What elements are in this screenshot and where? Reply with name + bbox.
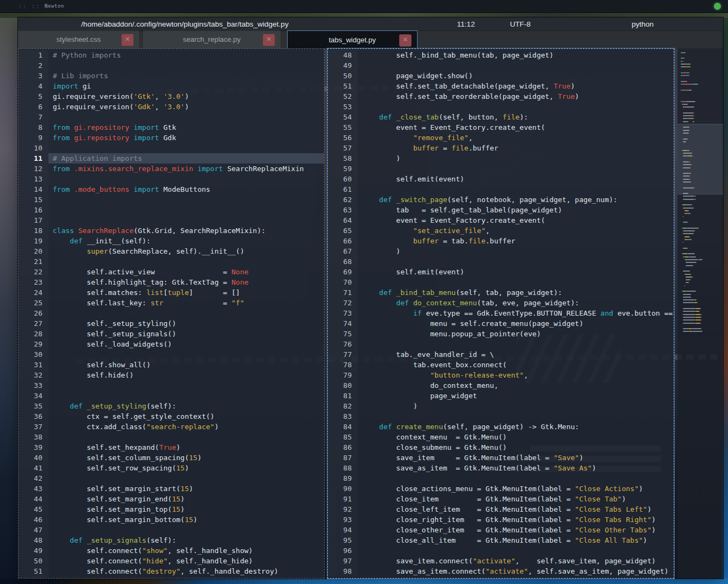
tab-search-replace-py[interactable]: search_replace.py ✕ xyxy=(143,30,281,48)
code-line[interactable]: save_item.connect("activate", self.save_… xyxy=(358,556,674,566)
code-line[interactable]: self._bind_tab_menu(tab, page_widget) xyxy=(358,50,674,60)
code-line[interactable]: self.emit(event) xyxy=(358,267,674,277)
code-row[interactable]: 64 event = Event_Factory.create_event( xyxy=(328,215,674,225)
code-row[interactable]: 3# Lib imports xyxy=(18,71,324,81)
code-line[interactable] xyxy=(358,102,674,112)
code-row[interactable]: 70 xyxy=(328,277,674,287)
code-row[interactable]: 87 save_item = Gtk.MenuItem(label = "Sav… xyxy=(328,453,674,463)
code-row[interactable]: 86 close_submenu = Gtk.Menu() xyxy=(328,442,674,453)
code-line[interactable]: def _bind_tab_menu(self, tab, page_widge… xyxy=(358,287,674,298)
code-row[interactable]: 28 self._setup_signals() xyxy=(18,329,324,339)
code-row[interactable]: 71 def _bind_tab_menu(self, tab, page_wi… xyxy=(328,287,674,298)
code-row[interactable]: 14from .mode_buttons import ModeButtons xyxy=(18,184,324,194)
code-row[interactable]: 30 xyxy=(18,349,324,360)
code-row[interactable]: 11# Application imports xyxy=(18,153,324,164)
code-row[interactable]: 78 tab.event_box.connect( xyxy=(328,360,674,370)
code-row[interactable]: 89 xyxy=(328,473,674,483)
code-row[interactable]: 19 def __init__(self): xyxy=(18,236,324,246)
code-row[interactable]: 48 def _setup_signals(self): xyxy=(18,535,324,545)
code-line[interactable]: self.connect("destroy", self._handle_des… xyxy=(48,566,324,576)
code-line[interactable]: self.active_view = None xyxy=(48,267,324,277)
code-line[interactable]: self.connect("show", self._handle_show) xyxy=(48,545,324,556)
code-line[interactable]: menu.popup_at_pointer(eve) xyxy=(358,329,674,339)
code-line[interactable]: "button-release-event", xyxy=(358,370,674,380)
code-row[interactable]: 65 "set_active_file", xyxy=(328,225,674,236)
code-row[interactable]: 51 self.set_tab_detachable(page_widget, … xyxy=(328,81,674,91)
code-line[interactable]: def _switch_page(self, notebook, page_wi… xyxy=(358,194,674,205)
code-line[interactable]: close_actions_menu = Gtk.MenuItem(label … xyxy=(358,483,674,494)
code-line[interactable]: self.set_tab_detachable(page_widget, Tru… xyxy=(358,81,674,91)
code-line[interactable]: from .mixins.search_replace_mixin import… xyxy=(48,164,324,174)
code-row[interactable]: 27 self._setup_styling() xyxy=(18,318,324,329)
code-row[interactable]: 74 menu = self.create_menu(page_widget) xyxy=(328,318,674,329)
code-row[interactable]: 88 save_as_item = Gtk.MenuItem(label = "… xyxy=(328,463,674,473)
code-line[interactable] xyxy=(358,473,674,483)
code-line[interactable]: gi.require_version('Gdk', '3.0') xyxy=(48,102,324,112)
minimap-viewport[interactable] xyxy=(677,124,723,194)
code-row[interactable]: 60 self.emit(event) xyxy=(328,174,674,184)
code-line[interactable]: self.connect("hide", self._handle_hide) xyxy=(48,556,324,566)
code-line[interactable] xyxy=(48,205,324,215)
code-line[interactable]: import gi xyxy=(48,81,324,91)
code-row[interactable]: 84 def create_menu(self, page_widget) ->… xyxy=(328,422,674,432)
minimap[interactable] xyxy=(677,48,723,579)
code-line[interactable]: context_menu = Gtk.Menu() xyxy=(358,432,674,442)
code-line[interactable]: from .mode_buttons import ModeButtons xyxy=(48,184,324,194)
code-row[interactable]: 56 "remove_file", xyxy=(328,133,674,143)
code-line[interactable]: close_all_item = Gtk.MenuItem(label = "C… xyxy=(358,535,674,545)
code-row[interactable]: 31 self.show_all() xyxy=(18,360,324,370)
code-line[interactable] xyxy=(48,391,324,401)
code-line[interactable] xyxy=(358,545,674,556)
code-row[interactable]: 4import gi xyxy=(18,81,324,91)
code-line[interactable]: tab = self.get_tab_label(page_widget) xyxy=(358,205,674,215)
code-line[interactable]: self.set_column_spacing(15) xyxy=(48,453,324,463)
code-line[interactable]: page_widget.show() xyxy=(358,71,674,81)
code-line[interactable] xyxy=(358,184,674,194)
code-line[interactable] xyxy=(358,60,674,71)
code-line[interactable]: self.set_hexpand(True) xyxy=(48,442,324,453)
code-row[interactable]: 52 xyxy=(18,576,324,579)
code-line[interactable]: # Python imports xyxy=(48,50,324,60)
code-row[interactable]: 72 def do_context_menu(tab, eve, page_wi… xyxy=(328,298,674,308)
code-line[interactable]: self.emit(event) xyxy=(358,174,674,184)
code-line[interactable] xyxy=(358,277,674,287)
code-line[interactable] xyxy=(48,432,324,442)
code-row[interactable]: 49 self.connect("show", self._handle_sho… xyxy=(18,545,324,556)
code-line[interactable]: ) xyxy=(358,246,674,256)
code-row[interactable]: 81 page_widget xyxy=(328,391,674,401)
code-line[interactable] xyxy=(48,112,324,122)
code-line[interactable]: close_submenu = Gtk.Menu() xyxy=(358,442,674,453)
code-row[interactable]: 40 self.set_column_spacing(15) xyxy=(18,453,324,463)
code-row[interactable]: 93 close_right_item = Gtk.MenuItem(label… xyxy=(328,514,674,525)
code-line[interactable]: def _close_tab(self, button, file): xyxy=(358,112,674,122)
code-line[interactable]: def _setup_styling(self): xyxy=(48,401,324,411)
code-line[interactable]: save_as_item = Gtk.MenuItem(label = "Sav… xyxy=(358,463,674,473)
code-line[interactable]: self.highlight_tag: Gtk.TextTag = None xyxy=(48,277,324,287)
code-line[interactable] xyxy=(48,143,324,153)
code-line[interactable] xyxy=(48,525,324,535)
code-line[interactable]: def do_context_menu(tab, eve, page_widge… xyxy=(358,298,674,308)
code-line[interactable]: super(SearchReplace, self).__init__() xyxy=(48,246,324,256)
code-line[interactable]: save_item = Gtk.MenuItem(label = "Save") xyxy=(358,453,674,463)
code-line[interactable] xyxy=(48,256,324,267)
code-row[interactable]: 58 ) xyxy=(328,153,674,164)
code-row[interactable]: 53 xyxy=(328,102,674,112)
code-row[interactable]: 34 xyxy=(18,391,324,401)
code-row[interactable]: 96 xyxy=(328,545,674,556)
code-row[interactable]: 23 self.highlight_tag: Gtk.TextTag = Non… xyxy=(18,277,324,287)
code-row[interactable]: 50 page_widget.show() xyxy=(328,71,674,81)
code-line[interactable]: close_other_item = Gtk.MenuItem(label = … xyxy=(358,525,674,535)
code-line[interactable]: from gi.repository import Gdk xyxy=(48,133,324,143)
code-line[interactable] xyxy=(358,411,674,422)
code-row[interactable]: 24 self.matches: list[tuple] = [] xyxy=(18,287,324,298)
code-line[interactable]: if eve.type == Gdk.EventType.BUTTON_RELE… xyxy=(358,308,674,318)
code-row[interactable]: 22 self.active_view = None xyxy=(18,267,324,277)
code-line[interactable] xyxy=(48,308,324,318)
code-row[interactable]: 18class SearchReplace(Gtk.Grid, SearchRe… xyxy=(18,225,324,236)
code-row[interactable]: 90 close_actions_menu = Gtk.MenuItem(lab… xyxy=(328,483,674,494)
code-line[interactable]: save_as_item.connect("activate", self.sa… xyxy=(358,566,674,576)
code-line[interactable]: def create_menu(self, page_widget) -> Gt… xyxy=(358,422,674,432)
code-row[interactable]: 43 self.set_margin_start(15) xyxy=(18,483,324,494)
code-line[interactable]: self.last_key: str = "f" xyxy=(48,298,324,308)
code-row[interactable]: 13 xyxy=(18,174,324,184)
